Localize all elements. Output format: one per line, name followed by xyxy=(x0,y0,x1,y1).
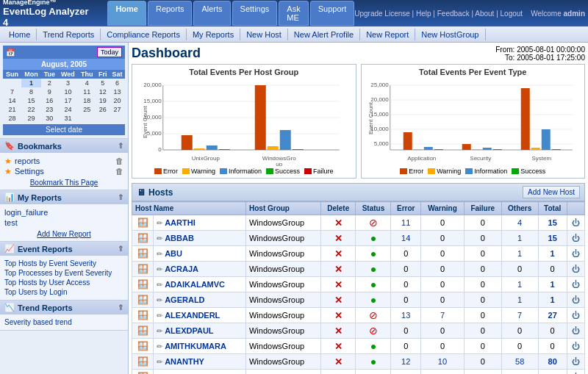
total-link[interactable]: 1 xyxy=(551,295,555,304)
warning-link[interactable]: 7 xyxy=(440,311,445,320)
delete-x-icon[interactable]: ✕ xyxy=(334,372,343,375)
others-link[interactable]: 1 xyxy=(517,234,522,242)
delete-x-icon[interactable]: ✕ xyxy=(334,264,343,275)
host-name-link[interactable]: ANANTHY xyxy=(165,357,204,366)
delete-x-icon[interactable]: ✕ xyxy=(334,248,343,259)
nav-tab-home[interactable]: Home xyxy=(107,1,146,26)
host-name-link[interactable]: ABBAB xyxy=(165,234,194,242)
feedback-link[interactable]: Feedback xyxy=(437,10,470,18)
event-reports-collapse-icon[interactable]: ⇑ xyxy=(118,245,123,253)
add-new-report-link[interactable]: Add New Report xyxy=(4,230,123,238)
host-name-link[interactable]: ALEXDPAUL xyxy=(165,326,213,335)
event-report-user-access[interactable]: Top Hosts by User Access xyxy=(4,278,123,287)
error-link[interactable]: 14 xyxy=(401,234,410,242)
second-nav-compliance-reports[interactable]: Compliance Reports xyxy=(101,29,187,40)
trend-report-severity[interactable]: Severity based trend xyxy=(4,317,123,327)
logout-link[interactable]: Logout xyxy=(501,10,523,18)
nav-tab-support[interactable]: Support xyxy=(310,1,355,26)
edit-icon[interactable]: ✏ xyxy=(157,312,162,320)
event-reports-header[interactable]: 📈 Event Reports ⇑ xyxy=(0,242,128,256)
edit-icon[interactable]: ✏ xyxy=(157,219,162,227)
add-new-host-button[interactable]: Add New Host xyxy=(523,186,580,198)
second-nav-my-reports[interactable]: My Reports xyxy=(187,29,240,40)
bookmark-settings-link[interactable]: Settings xyxy=(15,166,115,176)
today-button[interactable]: Today xyxy=(97,47,122,57)
host-action-icon[interactable]: ⏻ xyxy=(567,323,584,339)
host-action-icon[interactable]: ⏻ xyxy=(567,292,584,308)
host-name-link[interactable]: AARTHI xyxy=(165,218,196,227)
second-nav-new-report[interactable]: New Report xyxy=(360,29,415,40)
edit-icon[interactable]: ✏ xyxy=(157,234,162,242)
error-link[interactable]: 11 xyxy=(401,218,410,227)
host-action-icon[interactable]: ⏻ xyxy=(567,215,584,231)
second-nav-home[interactable]: Home xyxy=(3,29,37,40)
host-name-link[interactable]: AMITHKUMARA xyxy=(165,342,226,350)
edit-icon[interactable]: ✏ xyxy=(157,327,162,335)
edit-icon[interactable]: ✏ xyxy=(157,250,162,258)
host-action-icon[interactable]: ⏻ xyxy=(567,308,584,323)
edit-icon[interactable]: ✏ xyxy=(157,281,162,289)
nav-tab-settings[interactable]: Settings xyxy=(232,1,278,26)
host-action-icon[interactable]: ⏻ xyxy=(567,277,584,292)
about-link[interactable]: About xyxy=(475,10,494,18)
bookmark-this-page-link[interactable]: Bookmark This Page xyxy=(4,179,123,187)
host-action-icon[interactable]: ⏻ xyxy=(567,246,584,262)
event-report-users-login[interactable]: Top Users by Login xyxy=(4,287,123,297)
bookmarks-collapse-icon[interactable]: ⇑ xyxy=(118,142,123,150)
host-name-link[interactable]: ADAIKALAMVC xyxy=(165,280,225,289)
delete-bookmark-reports-icon[interactable]: 🗑 xyxy=(115,157,123,165)
host-name-link[interactable]: AGERALD xyxy=(165,295,204,304)
delete-x-icon[interactable]: ✕ xyxy=(334,341,343,352)
trend-reports-collapse-icon[interactable]: ⇑ xyxy=(118,303,123,312)
total-link[interactable]: 27 xyxy=(548,311,557,320)
delete-x-icon[interactable]: ✕ xyxy=(334,310,343,321)
delete-x-icon[interactable]: ✕ xyxy=(334,356,343,367)
total-link[interactable]: 15 xyxy=(548,218,557,227)
total-link[interactable]: 80 xyxy=(548,357,557,366)
others-link[interactable]: 4 xyxy=(517,218,522,227)
edit-icon[interactable]: ✏ xyxy=(157,265,162,273)
edit-icon[interactable]: ✏ xyxy=(157,342,162,350)
second-nav-new-hostgroup[interactable]: New HostGroup xyxy=(415,29,485,40)
select-date-button[interactable]: Select date xyxy=(3,124,125,135)
trend-reports-header[interactable]: 📉 Trend Reports ⇑ xyxy=(0,301,128,314)
nav-tab-alerts[interactable]: Alerts xyxy=(193,1,230,26)
others-link[interactable]: 1 xyxy=(517,280,522,289)
others-link[interactable]: 58 xyxy=(515,357,524,366)
edit-icon[interactable]: ✏ xyxy=(157,296,162,304)
host-action-icon[interactable]: ⏻ xyxy=(567,354,584,370)
total-link[interactable]: 15 xyxy=(548,234,557,242)
delete-x-icon[interactable]: ✕ xyxy=(334,233,343,244)
my-report-test[interactable]: test xyxy=(4,217,123,228)
second-nav-new-host[interactable]: New Host xyxy=(240,29,288,40)
my-report-login-failure[interactable]: login_failure xyxy=(4,207,123,217)
others-link[interactable]: 1 xyxy=(517,249,522,258)
second-nav-trend-reports[interactable]: Trend Reports xyxy=(37,29,101,40)
host-action-icon[interactable]: ⏻ xyxy=(567,339,584,354)
bookmark-reports-link[interactable]: reports xyxy=(15,156,115,166)
bookmarks-header[interactable]: 🔖 Bookmarks ⇑ xyxy=(0,139,128,153)
nav-tab-ask-me[interactable]: Ask ME xyxy=(279,1,308,26)
delete-x-icon[interactable]: ✕ xyxy=(334,326,343,337)
delete-x-icon[interactable]: ✕ xyxy=(334,217,343,229)
help-link[interactable]: Help xyxy=(416,10,431,18)
delete-bookmark-settings-icon[interactable]: 🗑 xyxy=(115,167,123,176)
my-reports-collapse-icon[interactable]: ⇑ xyxy=(118,193,123,201)
host-action-icon[interactable]: ⏻ xyxy=(567,231,584,246)
event-report-severity-processes[interactable]: Top Processes by Event Severity xyxy=(4,268,123,278)
others-link[interactable]: 1 xyxy=(517,295,522,304)
nav-tab-reports[interactable]: Reports xyxy=(148,1,193,26)
event-report-severity-hosts[interactable]: Top Hosts by Event Severity xyxy=(4,259,123,268)
second-nav-new-alert-profile[interactable]: New Alert Profile xyxy=(288,29,360,40)
host-action-icon[interactable]: ⏻ xyxy=(567,262,584,277)
host-action-icon[interactable]: ⏻ xyxy=(567,370,584,375)
error-link[interactable]: 12 xyxy=(401,357,410,366)
total-link[interactable]: 1 xyxy=(551,280,555,289)
host-name-link[interactable]: ABU xyxy=(165,249,182,258)
delete-x-icon[interactable]: ✕ xyxy=(334,295,343,306)
warning-link[interactable]: 10 xyxy=(438,357,447,366)
total-link[interactable]: 1 xyxy=(551,249,555,258)
error-link[interactable]: 13 xyxy=(401,311,410,320)
delete-x-icon[interactable]: ✕ xyxy=(334,279,343,290)
my-reports-header[interactable]: 📊 My Reports ⇑ xyxy=(0,190,128,204)
